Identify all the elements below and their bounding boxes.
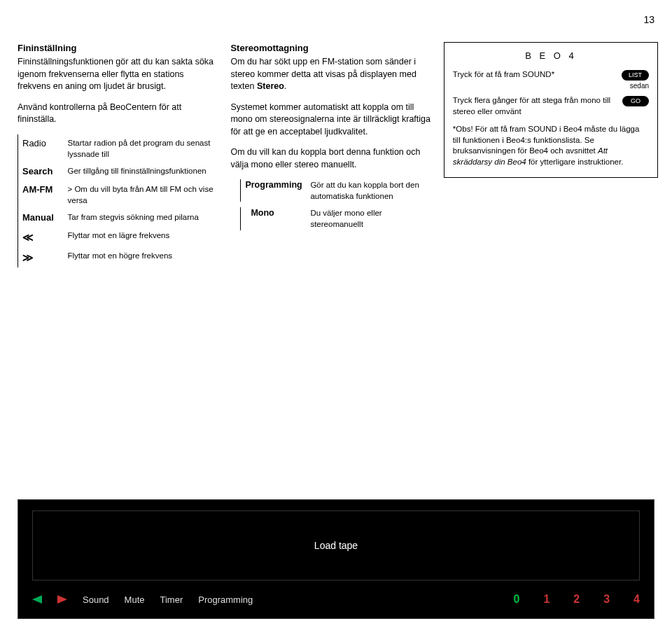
prev-track-icon[interactable] <box>32 595 42 604</box>
programming-button[interactable]: Programming <box>198 594 253 605</box>
desc-manual: Tar fram stegvis sökning med pilarna <box>64 209 218 227</box>
def-radio: Radio Startar radion på det program du s… <box>18 134 218 162</box>
timer-button[interactable]: Timer <box>160 594 183 605</box>
sub-term-programming: Programming <box>240 179 310 202</box>
sub-programming: Programming Gör att du kan koppla bort d… <box>240 179 430 202</box>
col2-p1: Om du har sökt upp en FM-station som sän… <box>230 56 430 93</box>
panel-left-controls: Sound Mute Timer Programming <box>32 594 253 605</box>
column-fine-tuning: Fininställning Fininställningsfunktionen… <box>18 42 218 267</box>
term-higher-arrow-icon: ≫ <box>18 247 64 267</box>
list-button[interactable]: LIST <box>622 70 649 81</box>
term-radio: Radio <box>18 134 64 162</box>
term-search: Search <box>18 162 64 181</box>
desc-radio: Startar radion på det program du senast … <box>64 134 218 162</box>
next-track-icon[interactable] <box>57 595 67 604</box>
digit-2-button[interactable]: 2 <box>573 593 580 606</box>
def-manual: Manual Tar fram stegvis sökning med pila… <box>18 209 218 227</box>
main-content: Fininställning Fininställningsfunktionen… <box>0 0 672 267</box>
sub-mono: Mono Du väljer mono eller stereomanuellt <box>240 207 430 230</box>
digit-1-button[interactable]: 1 <box>543 593 550 606</box>
def-amfm: AM-FM > Om du vill byta från AM till FM … <box>18 181 218 209</box>
term-amfm: AM-FM <box>18 181 64 209</box>
sub-defs: Programming Gör att du kan koppla bort d… <box>230 179 430 230</box>
beo4-row2: Tryck flera gånger för att stega från mo… <box>453 95 649 117</box>
display-area: Load tape <box>32 510 640 580</box>
term-manual: Manual <box>18 209 64 227</box>
beo4-row1-buttons: LIST sedan <box>622 69 649 92</box>
beo4-note-c: för ytterligare instruktioner. <box>526 158 624 166</box>
column-beo4: B E O 4 Tryck för at få fram SOUND* LIST… <box>444 42 658 267</box>
digit-0-button[interactable]: 0 <box>513 593 519 606</box>
def-lower: ≪ Flyttar mot en lägre frekvens <box>18 227 218 247</box>
beo4-row1: Tryck för at få fram SOUND* LIST sedan <box>453 69 649 92</box>
go-button[interactable]: GO <box>622 96 649 106</box>
col2-stereo-word: Stereo <box>257 81 284 91</box>
sub-desc-mono: Du väljer mono eller stereomanuellt <box>310 207 430 230</box>
digit-3-button[interactable]: 3 <box>603 593 610 606</box>
device-panel: Load tape Sound Mute Timer Programming 0… <box>18 499 654 619</box>
desc-search: Ger tillgång till fininställningsfunktio… <box>64 162 218 181</box>
col1-heading: Fininställning <box>18 42 218 55</box>
col2-p3: Om du vill kan du koppla bort denna funk… <box>230 146 430 171</box>
col2-heading: Stereomottagning <box>230 42 430 55</box>
beo4-note: *Obs! För att få fram SOUND i Beo4 måste… <box>453 124 649 167</box>
panel-bottom-row: Sound Mute Timer Programming 0 1 2 3 4 <box>32 593 640 606</box>
desc-lower: Flyttar mot en lägre frekvens <box>64 227 218 247</box>
beo4-row2-button: GO <box>622 95 649 117</box>
beo4-sedan: sedan <box>630 82 649 90</box>
digit-buttons: 0 1 2 3 4 <box>513 593 640 606</box>
col1-intro2: Använd kontrollerna på BeoCentern för at… <box>18 102 218 126</box>
col1-intro: Fininställningsfunktionen gör att du kan… <box>18 56 218 93</box>
sub-term-mono: Mono <box>240 207 310 230</box>
sound-button[interactable]: Sound <box>83 594 109 605</box>
def-higher: ≫ Flyttar mot en högre frekvens <box>18 247 218 267</box>
sub-desc-programming: Gör att du kan koppla bort den automatis… <box>310 179 430 202</box>
beo4-row2-text: Tryck flera gånger för att stega från mo… <box>453 95 622 117</box>
column-stereo: Stereomottagning Om du har sökt upp en F… <box>230 42 430 267</box>
digit-4-button[interactable]: 4 <box>634 593 640 606</box>
mute-button[interactable]: Mute <box>125 594 145 605</box>
control-definitions: Radio Startar radion på det program du s… <box>18 134 218 268</box>
page-number: 13 <box>643 14 654 25</box>
def-search: Search Ger tillgång till fininställnings… <box>18 162 218 181</box>
term-lower-arrow-icon: ≪ <box>18 227 64 247</box>
desc-amfm: > Om du vill byta från AM till FM och vi… <box>64 181 218 209</box>
beo4-title: B E O 4 <box>453 50 649 62</box>
col2-p2: Systemet kommer automatiskt att koppla o… <box>230 102 430 139</box>
beo4-panel: B E O 4 Tryck för at få fram SOUND* LIST… <box>444 42 658 178</box>
beo4-row1-text: Tryck för at få fram SOUND* <box>453 69 622 92</box>
col2-p1c: . <box>284 81 286 91</box>
display-text: Load tape <box>314 540 358 551</box>
beo4-note-a: *Obs! För att få fram SOUND i Beo4 måste… <box>453 125 640 155</box>
desc-higher: Flyttar mot en högre frekvens <box>64 247 218 267</box>
